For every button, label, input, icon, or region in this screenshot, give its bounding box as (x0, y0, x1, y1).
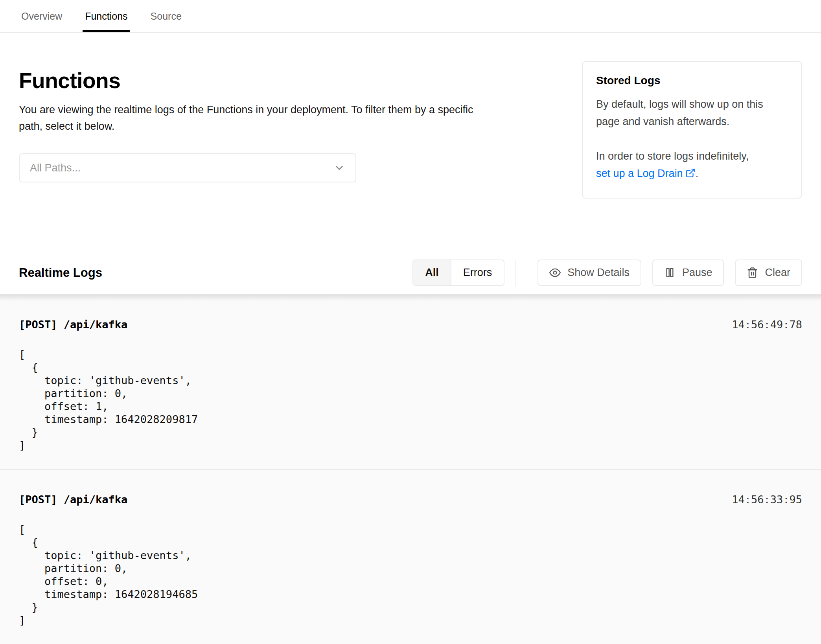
log-entry[interactable]: [POST] /api/kafka 14:56:49:78 [ { topic:… (0, 295, 821, 469)
log-timestamp: 14:56:49:78 (732, 318, 802, 331)
path-filter-placeholder: All Paths... (30, 162, 81, 174)
eye-icon (549, 267, 561, 278)
log-drain-sentence-period: . (696, 167, 699, 179)
path-filter-select[interactable]: All Paths... (19, 153, 356, 182)
log-request-label: [POST] /api/kafka (19, 493, 127, 506)
stored-logs-paragraph-1: By default, logs will show up on this pa… (596, 96, 788, 130)
filter-errors-button[interactable]: Errors (451, 260, 504, 285)
realtime-log-list: [POST] /api/kafka 14:56:49:78 [ { topic:… (0, 294, 821, 644)
log-request-label: [POST] /api/kafka (19, 318, 127, 331)
page-description: You are viewing the realtime logs of the… (19, 101, 477, 134)
functions-intro: Functions You are viewing the realtime l… (19, 33, 479, 182)
pause-button[interactable]: Pause (652, 259, 724, 286)
stored-logs-paragraph-2: In order to store logs indefinitely, set… (596, 147, 788, 182)
log-timestamp: 14:56:33:95 (732, 493, 802, 506)
functions-section: Functions You are viewing the realtime l… (0, 33, 821, 199)
external-link-icon (685, 168, 696, 178)
tab-source[interactable]: Source (148, 0, 184, 32)
trash-icon (747, 267, 758, 278)
page-title: Functions (19, 68, 479, 94)
log-drain-link[interactable]: set up a Log Drain (596, 167, 696, 179)
show-details-button[interactable]: Show Details (538, 259, 641, 286)
log-level-filter: All Errors (412, 259, 504, 286)
realtime-logs-title: Realtime Logs (19, 266, 102, 280)
stored-logs-text-2: In order to store logs indefinitely, (596, 150, 749, 162)
log-entry[interactable]: [POST] /api/kafka 14:56:33:95 [ { topic:… (0, 470, 821, 644)
pause-icon (664, 267, 676, 278)
log-entry-header: [POST] /api/kafka 14:56:33:95 (19, 493, 802, 506)
stored-logs-card: Stored Logs By default, logs will show u… (582, 61, 802, 199)
log-entry-header: [POST] /api/kafka 14:56:49:78 (19, 318, 802, 331)
log-drain-link-label: set up a Log Drain (596, 167, 683, 179)
clear-label: Clear (765, 267, 790, 279)
show-details-label: Show Details (567, 267, 630, 279)
chevron-down-icon (333, 162, 345, 174)
tab-functions[interactable]: Functions (83, 0, 130, 32)
deployment-tabbar: Overview Functions Source (0, 0, 821, 33)
clear-button[interactable]: Clear (735, 259, 802, 286)
controls-divider (515, 260, 516, 286)
log-output: [ { topic: 'github-events', partition: 0… (19, 348, 802, 452)
realtime-logs-header: Realtime Logs All Errors Show Details Pa… (0, 199, 821, 294)
pause-label: Pause (682, 267, 712, 279)
stored-logs-title: Stored Logs (596, 74, 788, 87)
tab-overview[interactable]: Overview (19, 0, 64, 32)
realtime-logs-controls: All Errors Show Details Pause Clear (412, 259, 802, 286)
log-output: [ { topic: 'github-events', partition: 0… (19, 523, 802, 627)
filter-all-button[interactable]: All (413, 260, 451, 285)
